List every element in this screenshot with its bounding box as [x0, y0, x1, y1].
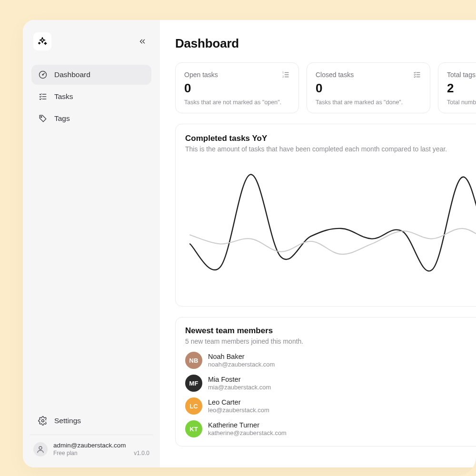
stat-card-open-tasks: Open tasks 12 0 Tasks that are not marke…: [175, 62, 299, 113]
stat-value: 0: [184, 81, 290, 96]
team-card: Newest team members 5 new team members j…: [175, 317, 476, 446]
main-content: Dashboard Open tasks 12 0 Tasks that are…: [160, 20, 476, 467]
checklist-icon: [38, 92, 48, 101]
svg-text:2: 2: [282, 75, 284, 78]
chart-series-0: [190, 175, 476, 271]
gauge-icon: [38, 70, 48, 79]
stat-card-closed-tasks: Closed tasks 0 Tasks that are marked as …: [307, 62, 430, 113]
svg-point-5: [41, 117, 42, 118]
nav-item-label: Tasks: [54, 92, 73, 101]
member-email: mia@zauberstack.com: [208, 384, 271, 391]
sidebar-collapse-button[interactable]: [135, 34, 149, 49]
svg-point-6: [42, 420, 44, 422]
chevrons-left-icon: [138, 37, 147, 46]
gear-icon: [38, 416, 48, 426]
member-name: Noah Baker: [208, 352, 275, 361]
member-avatar: LC: [185, 397, 202, 415]
svg-point-7: [39, 446, 42, 449]
stat-card-total-tags: Total tags 2 Total number of tags.: [438, 62, 476, 113]
page-title: Dashboard: [175, 36, 476, 51]
svg-point-1: [42, 74, 43, 75]
stat-label: Closed tasks: [316, 71, 354, 79]
member-avatar: NB: [185, 352, 202, 369]
stat-label: Open tasks: [184, 71, 218, 79]
sidebar: Dashboard Tasks Tags: [23, 20, 160, 467]
app-version: v1.0.0: [134, 450, 149, 457]
app-logo: [33, 32, 51, 50]
account-plan: Free plan: [53, 450, 78, 457]
user-avatar: [33, 442, 48, 456]
nav-item-tasks[interactable]: Tasks: [31, 87, 151, 107]
sidebar-nav: Dashboard Tasks Tags: [31, 65, 151, 129]
nav-item-dashboard[interactable]: Dashboard: [31, 65, 151, 85]
team-member[interactable]: LCLeo Carterleo@zauberstack.com: [185, 397, 476, 415]
member-avatar: MF: [185, 375, 202, 392]
chart-card: Completed tasks YoY This is the amount o…: [175, 124, 476, 307]
account-block[interactable]: admin@zauberstack.com Free plan v1.0.0: [31, 440, 151, 460]
team-subtitle: 5 new team members joined this month.: [185, 337, 303, 345]
nav-item-label: Dashboard: [54, 70, 90, 79]
team-member[interactable]: MFMia Fostermia@zauberstack.com: [185, 375, 476, 392]
team-members-list: NBNoah Bakernoah@zauberstack.comMFMia Fo…: [185, 352, 476, 437]
member-name: Leo Carter: [208, 398, 269, 407]
member-name: Mia Foster: [208, 375, 271, 384]
member-email: leo@zauberstack.com: [208, 407, 269, 414]
ordered-list-icon: 12: [281, 70, 290, 79]
team-member[interactable]: NBNoah Bakernoah@zauberstack.com: [185, 352, 476, 369]
nav-item-label: Settings: [54, 416, 81, 425]
nav-item-settings[interactable]: Settings: [31, 411, 151, 431]
chart-subtitle: This is the amount of tasks that have be…: [185, 145, 476, 153]
stat-value: 2: [447, 81, 476, 96]
stat-description: Tasks that are marked as "done".: [316, 99, 421, 106]
member-name: Katherine Turner: [208, 421, 287, 429]
check-list-icon: [413, 70, 421, 79]
chart-series-1: [190, 228, 476, 254]
svg-text:1: 1: [282, 71, 284, 74]
stats-row: Open tasks 12 0 Tasks that are not marke…: [175, 62, 476, 113]
line-chart: [185, 159, 476, 298]
member-avatar: KT: [185, 420, 202, 437]
stat-description: Total number of tags.: [447, 99, 476, 106]
chart-area: [185, 159, 476, 298]
chart-title: Completed tasks YoY: [185, 134, 476, 143]
divider: [30, 435, 153, 435]
stat-label: Total tags: [447, 71, 476, 79]
stat-value: 0: [316, 81, 421, 96]
sparkle-icon: [37, 36, 48, 47]
stat-description: Tasks that are not marked as "open".: [184, 99, 290, 106]
member-email: katherine@zauberstack.com: [208, 429, 287, 437]
member-email: noah@zauberstack.com: [208, 361, 275, 368]
tag-icon: [38, 114, 48, 123]
nav-item-tags[interactable]: Tags: [31, 109, 151, 129]
team-title: Newest team members: [185, 326, 303, 336]
team-member[interactable]: KTKatherine Turnerkatherine@zauberstack.…: [185, 420, 476, 437]
account-email: admin@zauberstack.com: [53, 442, 149, 450]
nav-item-label: Tags: [54, 114, 70, 123]
user-icon: [36, 445, 45, 454]
